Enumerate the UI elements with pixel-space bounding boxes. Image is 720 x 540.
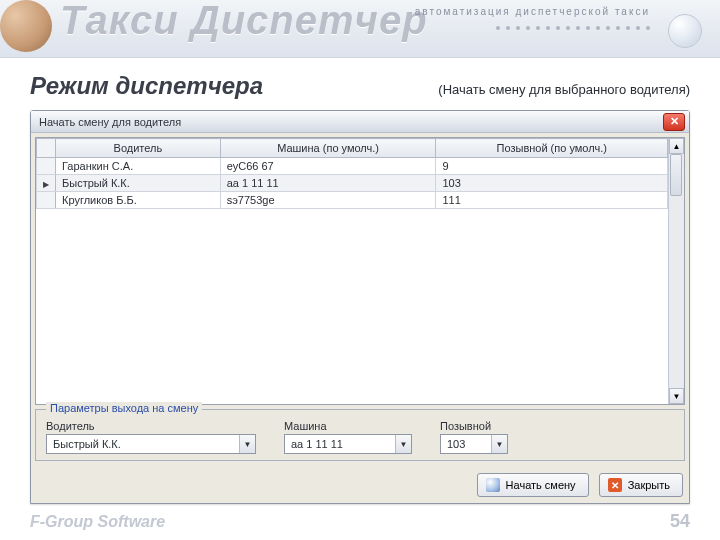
page-title: Режим диспетчера [30,72,263,100]
start-shift-dialog: Начать смену для водителя ✕ Водитель Маш… [30,110,690,504]
header-dots [496,26,650,30]
cell-car: sэ7753ge [220,192,436,209]
dialog-titlebar: Начать смену для водителя ✕ [31,111,689,133]
table-scrollbar[interactable]: ▲ ▼ [668,138,684,404]
row-indicator [37,175,56,192]
col-car[interactable]: Машина (по умолч.) [220,139,436,158]
page-subtitle: (Начать смену для выбранного водителя) [438,82,690,97]
cell-driver: Гаранкин С.А. [56,158,221,175]
app-header: Такси Диспетчер автоматизация диспетчерс… [0,0,720,58]
avatar [0,0,52,52]
shift-params-group: Параметры выхода на смену Водитель Быстр… [35,409,685,461]
scroll-track[interactable] [669,154,684,388]
col-driver[interactable]: Водитель [56,139,221,158]
row-indicator [37,192,56,209]
row-indicator-header [37,139,56,158]
cell-callsign: 103 [436,175,668,192]
driver-combo[interactable]: Быстрый К.К. ▼ [46,434,256,454]
close-button[interactable]: ✕ Закрыть [599,473,683,497]
close-icon: ✕ [608,478,622,492]
table-row[interactable]: Гаранкин С.А.еуС66 679 [37,158,668,175]
dialog-close-button[interactable]: ✕ [663,113,685,131]
driver-value: Быстрый К.К. [47,438,239,450]
start-shift-button[interactable]: Начать смену [477,473,589,497]
chevron-down-icon[interactable]: ▼ [239,435,255,453]
callsign-combo[interactable]: 103 ▼ [440,434,508,454]
car-value: аа 1 11 11 [285,438,395,450]
row-indicator [37,158,56,175]
car-label: Машина [284,420,412,432]
scroll-thumb[interactable] [670,154,682,196]
start-icon [486,478,500,492]
drivers-table-container: Водитель Машина (по умолч.) Позывной (по… [35,137,685,405]
dialog-title: Начать смену для водителя [39,116,181,128]
cell-car: аа 1 11 11 [220,175,436,192]
callsign-value: 103 [441,438,491,450]
app-title: Такси Диспетчер [60,0,428,43]
scroll-down-button[interactable]: ▼ [669,388,684,404]
col-callsign[interactable]: Позывной (по умолч.) [436,139,668,158]
table-row[interactable]: Кругликов Б.Б.sэ7753ge111 [37,192,668,209]
cell-driver: Кругликов Б.Б. [56,192,221,209]
close-icon: ✕ [670,115,679,128]
header-orb-icon [668,14,702,48]
shift-params-legend: Параметры выхода на смену [46,402,202,414]
chevron-down-icon[interactable]: ▼ [491,435,507,453]
cell-callsign: 9 [436,158,668,175]
drivers-table[interactable]: Водитель Машина (по умолч.) Позывной (по… [36,138,668,209]
chevron-down-icon[interactable]: ▼ [395,435,411,453]
footer-page-number: 54 [670,511,690,532]
cell-car: еуС66 67 [220,158,436,175]
car-combo[interactable]: аа 1 11 11 ▼ [284,434,412,454]
table-row[interactable]: Быстрый К.К.аа 1 11 11103 [37,175,668,192]
driver-label: Водитель [46,420,256,432]
app-subtitle: автоматизация диспетчерской такси [415,6,650,17]
scroll-up-button[interactable]: ▲ [669,138,684,154]
cell-callsign: 111 [436,192,668,209]
cell-driver: Быстрый К.К. [56,175,221,192]
footer-brand: F-Group Software [30,513,165,531]
callsign-label: Позывной [440,420,508,432]
